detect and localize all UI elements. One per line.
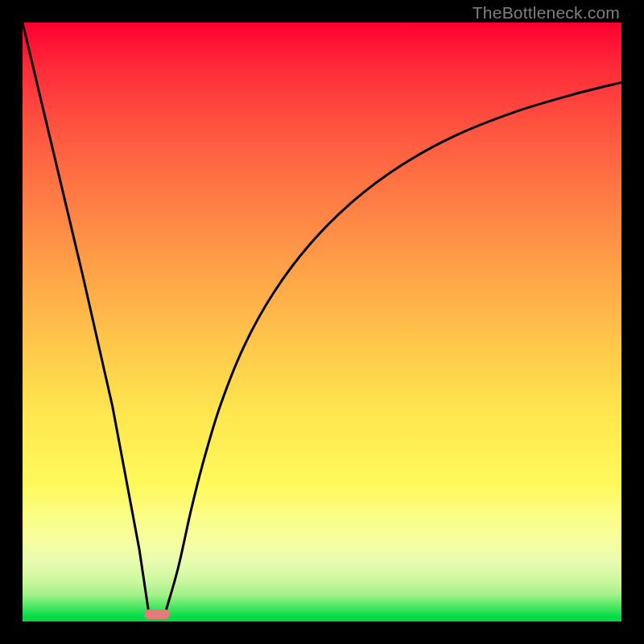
- plot-area: [23, 23, 621, 621]
- curve-right: [167, 82, 621, 609]
- curve-layer: [23, 23, 621, 621]
- chart-frame: TheBottleneck.com: [0, 0, 644, 644]
- watermark-text: TheBottleneck.com: [473, 3, 620, 23]
- curve-left-edge: [23, 23, 148, 609]
- trough-marker: [144, 609, 170, 619]
